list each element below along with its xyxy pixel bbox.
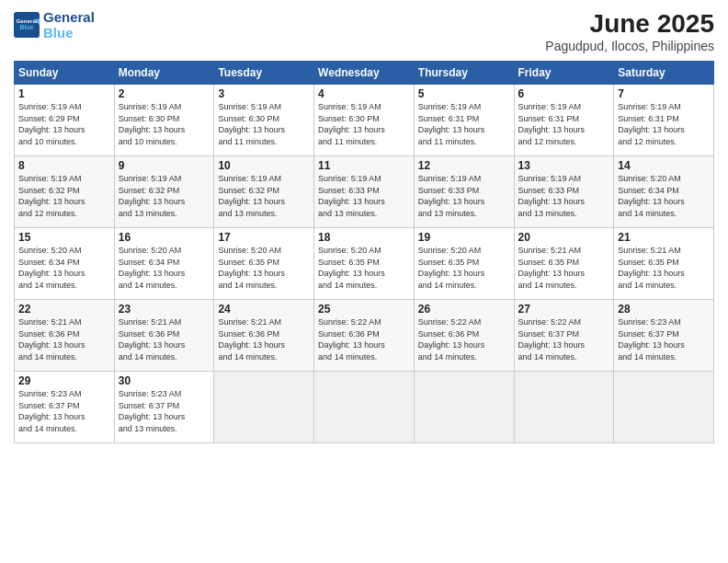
day-info: Sunrise: 5:23 AMSunset: 6:37 PMDaylight:… <box>119 388 210 434</box>
table-row: 19Sunrise: 5:20 AMSunset: 6:35 PMDayligh… <box>414 228 514 300</box>
table-row: 18Sunrise: 5:20 AMSunset: 6:35 PMDayligh… <box>314 228 415 300</box>
calendar-week-3: 15Sunrise: 5:20 AMSunset: 6:34 PMDayligh… <box>15 228 714 300</box>
calendar-page: General Blue General Blue June 2025 Pagu… <box>0 0 728 563</box>
logo-icon: General Blue <box>14 12 40 38</box>
day-number: 25 <box>318 303 410 316</box>
table-row: 10Sunrise: 5:19 AMSunset: 6:32 PMDayligh… <box>214 156 314 228</box>
day-info: Sunrise: 5:21 AMSunset: 6:36 PMDaylight:… <box>218 316 310 362</box>
day-number: 1 <box>18 87 110 100</box>
day-info: Sunrise: 5:19 AMSunset: 6:31 PMDaylight:… <box>418 101 510 147</box>
day-number: 4 <box>318 87 410 100</box>
day-number: 16 <box>119 231 210 244</box>
day-info: Sunrise: 5:22 AMSunset: 6:36 PMDaylight:… <box>418 316 510 362</box>
day-number: 28 <box>618 303 710 316</box>
table-row <box>414 372 514 443</box>
table-row <box>514 372 614 443</box>
calendar-week-2: 8Sunrise: 5:19 AMSunset: 6:32 PMDaylight… <box>15 156 714 228</box>
table-row: 6Sunrise: 5:19 AMSunset: 6:31 PMDaylight… <box>514 85 614 156</box>
day-number: 12 <box>418 159 510 172</box>
day-info: Sunrise: 5:19 AMSunset: 6:31 PMDaylight:… <box>618 101 710 147</box>
table-row: 9Sunrise: 5:19 AMSunset: 6:32 PMDaylight… <box>114 156 214 228</box>
day-info: Sunrise: 5:20 AMSunset: 6:35 PMDaylight:… <box>318 245 410 291</box>
table-row: 5Sunrise: 5:19 AMSunset: 6:31 PMDaylight… <box>414 85 514 156</box>
calendar-table: Sunday Monday Tuesday Wednesday Thursday… <box>14 61 714 443</box>
day-info: Sunrise: 5:20 AMSunset: 6:34 PMDaylight:… <box>18 245 110 291</box>
table-row: 8Sunrise: 5:19 AMSunset: 6:32 PMDaylight… <box>15 156 115 228</box>
day-number: 19 <box>418 231 510 244</box>
day-number: 14 <box>618 159 710 172</box>
day-number: 26 <box>418 303 510 316</box>
day-info: Sunrise: 5:19 AMSunset: 6:30 PMDaylight:… <box>119 101 210 147</box>
table-row: 20Sunrise: 5:21 AMSunset: 6:35 PMDayligh… <box>514 228 614 300</box>
header: General Blue General Blue June 2025 Pagu… <box>14 9 714 53</box>
logo: General Blue General Blue <box>14 9 95 41</box>
day-info: Sunrise: 5:19 AMSunset: 6:29 PMDaylight:… <box>18 101 110 147</box>
day-info: Sunrise: 5:21 AMSunset: 6:35 PMDaylight:… <box>618 245 710 291</box>
day-number: 18 <box>318 231 410 244</box>
day-number: 7 <box>618 87 710 100</box>
table-row: 15Sunrise: 5:20 AMSunset: 6:34 PMDayligh… <box>15 228 115 300</box>
svg-text:General: General <box>16 17 37 24</box>
table-row: 22Sunrise: 5:21 AMSunset: 6:36 PMDayligh… <box>15 300 115 372</box>
day-number: 17 <box>218 231 310 244</box>
day-info: Sunrise: 5:19 AMSunset: 6:31 PMDaylight:… <box>518 101 610 147</box>
table-row: 29Sunrise: 5:23 AMSunset: 6:37 PMDayligh… <box>15 372 115 443</box>
table-row: 12Sunrise: 5:19 AMSunset: 6:33 PMDayligh… <box>414 156 514 228</box>
logo-line2: Blue <box>43 25 95 40</box>
day-number: 15 <box>18 231 110 244</box>
col-wednesday: Wednesday <box>314 62 415 85</box>
col-monday: Monday <box>114 62 214 85</box>
table-row: 4Sunrise: 5:19 AMSunset: 6:30 PMDaylight… <box>314 85 415 156</box>
day-number: 24 <box>218 303 310 316</box>
calendar-week-5: 29Sunrise: 5:23 AMSunset: 6:37 PMDayligh… <box>15 372 714 443</box>
table-row: 13Sunrise: 5:19 AMSunset: 6:33 PMDayligh… <box>514 156 614 228</box>
col-saturday: Saturday <box>614 62 714 85</box>
day-info: Sunrise: 5:19 AMSunset: 6:33 PMDaylight:… <box>418 173 510 219</box>
day-number: 3 <box>218 87 310 100</box>
table-row: 14Sunrise: 5:20 AMSunset: 6:34 PMDayligh… <box>614 156 714 228</box>
table-row: 7Sunrise: 5:19 AMSunset: 6:31 PMDaylight… <box>614 85 714 156</box>
day-info: Sunrise: 5:23 AMSunset: 6:37 PMDaylight:… <box>18 388 110 434</box>
table-row: 11Sunrise: 5:19 AMSunset: 6:33 PMDayligh… <box>314 156 415 228</box>
day-number: 22 <box>18 303 110 316</box>
day-number: 8 <box>18 159 110 172</box>
day-number: 23 <box>119 303 210 316</box>
day-info: Sunrise: 5:20 AMSunset: 6:34 PMDaylight:… <box>618 173 710 219</box>
col-tuesday: Tuesday <box>214 62 314 85</box>
calendar-subtitle: Pagudpud, Ilocos, Philippines <box>545 39 714 53</box>
table-row: 16Sunrise: 5:20 AMSunset: 6:34 PMDayligh… <box>114 228 214 300</box>
day-info: Sunrise: 5:22 AMSunset: 6:37 PMDaylight:… <box>518 316 610 362</box>
table-row: 28Sunrise: 5:23 AMSunset: 6:37 PMDayligh… <box>614 300 714 372</box>
day-number: 11 <box>318 159 410 172</box>
table-row: 21Sunrise: 5:21 AMSunset: 6:35 PMDayligh… <box>614 228 714 300</box>
calendar-week-4: 22Sunrise: 5:21 AMSunset: 6:36 PMDayligh… <box>15 300 714 372</box>
col-friday: Friday <box>514 62 614 85</box>
day-info: Sunrise: 5:19 AMSunset: 6:30 PMDaylight:… <box>318 101 410 147</box>
calendar-header-row: Sunday Monday Tuesday Wednesday Thursday… <box>15 62 714 85</box>
table-row: 26Sunrise: 5:22 AMSunset: 6:36 PMDayligh… <box>414 300 514 372</box>
day-number: 29 <box>18 374 110 387</box>
table-row: 24Sunrise: 5:21 AMSunset: 6:36 PMDayligh… <box>214 300 314 372</box>
calendar-week-1: 1Sunrise: 5:19 AMSunset: 6:29 PMDaylight… <box>15 85 714 156</box>
day-info: Sunrise: 5:19 AMSunset: 6:32 PMDaylight:… <box>218 173 310 219</box>
day-info: Sunrise: 5:19 AMSunset: 6:33 PMDaylight:… <box>318 173 410 219</box>
day-number: 9 <box>119 159 210 172</box>
day-info: Sunrise: 5:20 AMSunset: 6:34 PMDaylight:… <box>119 245 210 291</box>
day-info: Sunrise: 5:20 AMSunset: 6:35 PMDaylight:… <box>218 245 310 291</box>
table-row <box>614 372 714 443</box>
day-info: Sunrise: 5:21 AMSunset: 6:35 PMDaylight:… <box>518 245 610 291</box>
table-row: 17Sunrise: 5:20 AMSunset: 6:35 PMDayligh… <box>214 228 314 300</box>
table-row: 23Sunrise: 5:21 AMSunset: 6:36 PMDayligh… <box>114 300 214 372</box>
logo-text: General Blue <box>43 9 95 41</box>
day-number: 6 <box>518 87 610 100</box>
day-info: Sunrise: 5:19 AMSunset: 6:32 PMDaylight:… <box>18 173 110 219</box>
day-number: 13 <box>518 159 610 172</box>
table-row: 2Sunrise: 5:19 AMSunset: 6:30 PMDaylight… <box>114 85 214 156</box>
svg-text:Blue: Blue <box>19 25 33 31</box>
day-info: Sunrise: 5:22 AMSunset: 6:36 PMDaylight:… <box>318 316 410 362</box>
day-info: Sunrise: 5:19 AMSunset: 6:30 PMDaylight:… <box>218 101 310 147</box>
day-number: 21 <box>618 231 710 244</box>
day-info: Sunrise: 5:19 AMSunset: 6:33 PMDaylight:… <box>518 173 610 219</box>
calendar-title: June 2025 <box>545 9 714 39</box>
logo-line1: General <box>43 9 95 25</box>
